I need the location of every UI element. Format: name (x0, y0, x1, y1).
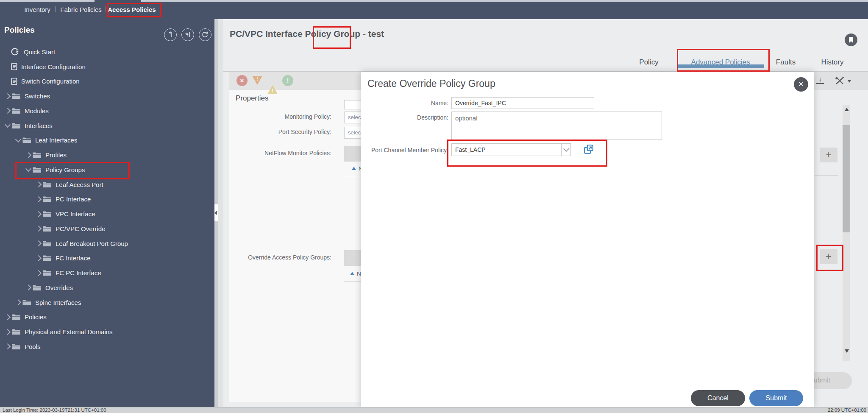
name-field[interactable] (451, 97, 594, 109)
tree-item-pc-vpc-override[interactable]: PC/VPC Override (0, 221, 214, 236)
description-label: Description: (361, 114, 448, 121)
expand-chevron-icon[interactable] (24, 285, 33, 290)
tree-item-leaf-access-port[interactable]: Leaf Access Port (0, 177, 214, 192)
quick-start-icon (11, 47, 20, 56)
tree-options-icon[interactable] (181, 28, 194, 41)
document-icon (11, 78, 17, 85)
expand-chevron-icon[interactable] (34, 182, 43, 187)
active-tab-underline (677, 64, 764, 68)
folder-icon (33, 285, 42, 291)
folder-icon (22, 137, 31, 143)
cancel-button[interactable]: Cancel (691, 390, 745, 406)
nav-item-inventory[interactable]: Inventory (24, 6, 50, 13)
tab-policy[interactable]: Policy (639, 58, 658, 67)
sidebar-collapse-handle[interactable] (214, 204, 218, 221)
tree-item-fc-pc-interface[interactable]: FC PC Interface (0, 265, 214, 280)
tools-icon[interactable] (834, 76, 845, 87)
tree-item-switches[interactable]: Switches (0, 89, 214, 103)
override-groups-label: Override Access Policy Groups: (237, 254, 331, 261)
tree-item-policy-groups[interactable]: Policy Groups (0, 162, 214, 177)
scrollbar-down-icon[interactable] (845, 349, 849, 353)
document-icon (11, 63, 17, 70)
tree-item-pools[interactable]: Pools (0, 339, 214, 354)
folder-icon (12, 108, 21, 114)
folder-icon (12, 314, 21, 320)
close-icon[interactable]: × (794, 77, 808, 92)
refresh-icon[interactable] (199, 28, 211, 41)
collapse-chevron-icon[interactable] (14, 139, 22, 142)
expand-chevron-icon[interactable] (34, 256, 43, 260)
folder-icon (43, 181, 52, 188)
top-edge-line-left (0, 0, 95, 2)
expand-chevron-icon[interactable] (3, 94, 12, 98)
folder-icon (43, 270, 52, 276)
nav-item-access-policies[interactable]: Access Policies (108, 6, 156, 13)
folder-icon (12, 329, 21, 335)
sort-ascending-icon[interactable] (350, 272, 354, 275)
nav-item-fabric-policies[interactable]: Fabric Policies (60, 6, 102, 13)
tree-item-profiles[interactable]: Profiles (0, 148, 214, 162)
port-channel-member-policy-select[interactable]: Fast_LACP (451, 143, 571, 156)
submit-button[interactable]: Submit (749, 390, 803, 406)
tree-item-fc-interface[interactable]: FC Interface (0, 251, 214, 266)
tree-item-leaf-breakout-port-group[interactable]: Leaf Breakout Port Group (0, 236, 214, 251)
expand-chevron-icon[interactable] (3, 330, 12, 334)
monitoring-policy-label: Monitoring Policy: (237, 113, 331, 120)
tree-item-vpc-interface[interactable]: VPC Interface (0, 206, 214, 221)
expand-chevron-icon[interactable] (3, 109, 12, 113)
policy-tree: Quick Start Interface Configuration Swit… (0, 45, 214, 354)
tree-item-leaf-interfaces[interactable]: Leaf Interfaces (0, 133, 214, 148)
folder-icon (33, 167, 42, 173)
scrollbar-up-icon[interactable] (845, 108, 849, 111)
tab-faults[interactable]: Faults (776, 58, 796, 67)
nav-separator: | (104, 5, 106, 12)
add-override-button[interactable]: + (820, 249, 837, 264)
bookmark-icon (849, 37, 854, 43)
port-channel-member-policy-value: Fast_LACP (452, 144, 561, 156)
folder-icon (43, 211, 52, 217)
open-selector-icon[interactable] (583, 144, 594, 156)
expand-chevron-icon[interactable] (3, 344, 12, 349)
collapse-tree-icon[interactable] (164, 28, 177, 41)
collapse-chevron-icon[interactable] (3, 124, 12, 127)
tree-item-interface-configuration[interactable]: Interface Configuration (0, 59, 214, 74)
tree-item-physical-external-domains[interactable]: Physical and External Domains (0, 324, 214, 339)
add-netflow-button[interactable]: + (820, 148, 837, 162)
tab-history[interactable]: History (821, 58, 844, 67)
tree-item-overrides[interactable]: Overrides (0, 280, 214, 295)
tree-item-policies[interactable]: Policies (0, 310, 214, 325)
netflow-policies-label: NetFlow Monitor Policies: (237, 150, 331, 156)
folder-icon (43, 196, 52, 202)
expand-chevron-icon[interactable] (14, 300, 22, 304)
tree-item-switch-configuration[interactable]: Switch Configuration (0, 74, 214, 89)
folder-icon (33, 152, 42, 158)
tree-item-modules[interactable]: Modules (0, 103, 214, 118)
collapse-chevron-icon[interactable] (24, 168, 33, 171)
warning-faults-icon: ! (282, 75, 293, 86)
expand-chevron-icon[interactable] (34, 226, 43, 231)
folder-icon (43, 226, 52, 232)
folder-icon (12, 343, 21, 350)
bookmark-button[interactable] (845, 33, 857, 46)
sort-ascending-icon[interactable] (352, 167, 356, 170)
tree-item-quick-start[interactable]: Quick Start (0, 45, 214, 59)
major-faults-icon: ! (252, 76, 262, 85)
expand-chevron-icon[interactable] (34, 197, 43, 201)
expand-chevron-icon[interactable] (24, 153, 33, 157)
expand-chevron-icon[interactable] (34, 271, 43, 275)
download-icon[interactable]: ↓ (816, 75, 824, 84)
scrollbar-thumb[interactable] (843, 125, 850, 232)
properties-heading: Properties (236, 94, 268, 103)
folder-icon (12, 93, 21, 99)
tree-item-pc-interface[interactable]: PC Interface (0, 192, 214, 207)
tree-item-interfaces[interactable]: Interfaces (0, 118, 214, 133)
expand-chevron-icon[interactable] (34, 241, 43, 246)
expand-chevron-icon[interactable] (3, 315, 12, 319)
tree-item-spine-interfaces[interactable]: Spine Interfaces (0, 295, 214, 310)
status-bar: Last Login Time: 2023-03-19T21:31 UTC+01… (0, 407, 868, 413)
expand-chevron-icon[interactable] (34, 212, 43, 216)
tools-dropdown-arrow-icon[interactable] (848, 80, 851, 83)
chevron-down-icon[interactable] (561, 144, 570, 156)
page-title: PC/VPC Interface Policy Group - test (230, 29, 384, 39)
description-field[interactable] (451, 112, 662, 140)
